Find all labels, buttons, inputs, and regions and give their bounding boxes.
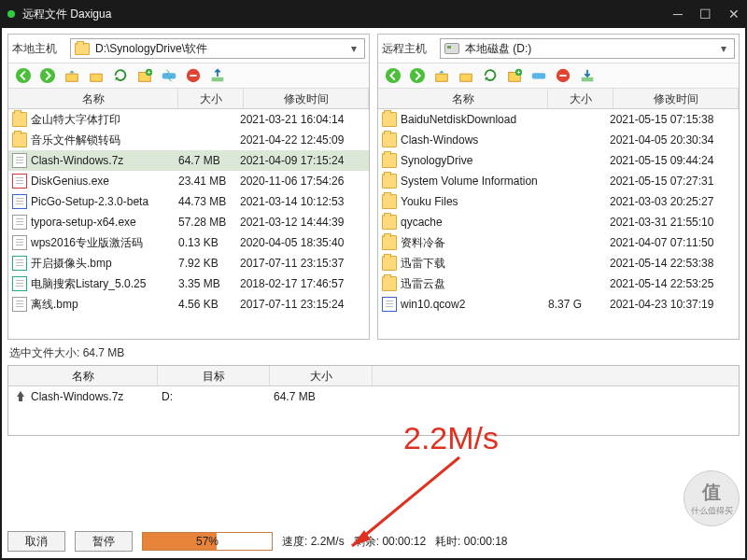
file-name: qycache	[401, 216, 544, 229]
list-item[interactable]: 开启摄像头.bmp7.92 KB2017-07-11 23:15:37	[8, 253, 369, 273]
col-date[interactable]: 修改时间	[244, 89, 369, 108]
titlebar: 远程文件 Daxigua ─ ☐ ✕	[0, 0, 747, 28]
local-path-text: D:\SynologyDrive\软件	[95, 41, 207, 57]
transfer-button[interactable]	[158, 65, 180, 86]
pause-button[interactable]: 暂停	[75, 531, 133, 552]
list-item[interactable]: BaiduNetdiskDownload2021-05-15 07:15:38	[378, 109, 739, 130]
list-item[interactable]: PicGo-Setup-2.3.0-beta44.73 MB2021-03-14…	[8, 191, 369, 212]
file-date: 2021-03-31 21:55:10	[610, 216, 735, 229]
file-size: 64.7 MB	[175, 154, 240, 167]
back-button[interactable]	[382, 65, 404, 86]
file-size: 8.37 G	[544, 298, 610, 311]
queue-col-dest[interactable]: 目标	[158, 366, 270, 385]
list-item[interactable]: 音乐文件解锁转码2021-04-22 12:45:09	[8, 130, 369, 150]
forward-button[interactable]	[406, 65, 429, 86]
col-size[interactable]: 大小	[548, 89, 613, 108]
refresh-button[interactable]	[479, 65, 501, 86]
svg-rect-4	[162, 73, 176, 78]
transfer-queue: 名称 目标 大小 Clash-Windows.7zD:64.7 MB	[7, 365, 740, 436]
svg-rect-6	[212, 77, 224, 82]
list-item[interactable]: 资料冷备2021-04-07 07:11:50	[378, 232, 739, 253]
minimize-button[interactable]: ─	[673, 7, 683, 21]
file-name: wps2016专业版激活码	[31, 235, 175, 251]
delete-button[interactable]	[182, 65, 204, 86]
queue-name: Clash-Windows.7z	[31, 390, 162, 403]
folder-icon	[382, 112, 397, 127]
local-path-combo[interactable]: D:\SynologyDrive\软件 ▾	[70, 38, 365, 59]
folder-icon	[382, 276, 397, 291]
file-size: 7.92 KB	[175, 257, 240, 270]
file-size: 3.35 MB	[175, 277, 240, 290]
svg-point-7	[386, 68, 401, 83]
elapsed-label: 耗时: 00:00:18	[435, 534, 507, 550]
col-size[interactable]: 大小	[178, 89, 244, 108]
close-button[interactable]: ✕	[728, 7, 740, 21]
file-date: 2021-03-14 10:12:53	[240, 195, 365, 208]
file-icon	[382, 297, 397, 312]
list-item[interactable]: Clash-Windows.7z64.7 MB2021-04-09 17:15:…	[8, 150, 369, 171]
file-date: 2021-03-21 16:04:14	[240, 113, 365, 126]
list-item[interactable]: win10.qcow28.37 G2021-04-23 10:37:19	[378, 294, 739, 315]
col-name[interactable]: 名称	[378, 89, 548, 108]
list-item[interactable]: 金山特大字体打印2021-03-21 16:04:14	[8, 109, 369, 130]
local-file-list[interactable]: 金山特大字体打印2021-03-21 16:04:14音乐文件解锁转码2021-…	[8, 109, 369, 339]
new-button[interactable]	[503, 65, 526, 86]
col-date[interactable]: 修改时间	[613, 89, 739, 108]
folder-icon	[382, 174, 397, 189]
up-button[interactable]	[430, 65, 453, 86]
local-host-label: 本地主机	[12, 41, 64, 57]
list-item[interactable]: Clash-Windows2021-04-05 20:30:34	[378, 130, 739, 150]
list-item[interactable]: 迅雷云盘2021-05-14 22:53:25	[378, 273, 739, 294]
up-button[interactable]	[61, 65, 83, 86]
file-name: SynologyDrive	[401, 154, 544, 167]
queue-col-name[interactable]: 名称	[8, 366, 158, 385]
file-date: 2020-11-06 17:54:26	[240, 175, 365, 188]
remote-toolbar	[378, 63, 739, 89]
transfer-button[interactable]	[528, 65, 550, 86]
folder-icon	[382, 194, 397, 209]
queue-row[interactable]: Clash-Windows.7zD:64.7 MB	[8, 386, 739, 407]
remote-host-label: 远程主机	[382, 41, 434, 57]
col-name[interactable]: 名称	[8, 89, 178, 108]
remote-file-list[interactable]: BaiduNetdiskDownload2021-05-15 07:15:38C…	[378, 109, 739, 339]
remote-path-combo[interactable]: 本地磁盘 (D:) ▾	[440, 38, 735, 59]
list-item[interactable]: wps2016专业版激活码0.13 KB2020-04-05 18:35:40	[8, 232, 369, 253]
cancel-button[interactable]: 取消	[7, 531, 65, 552]
home-button[interactable]	[455, 65, 477, 86]
download-button[interactable]	[576, 65, 599, 86]
drive-icon	[444, 43, 459, 54]
file-date: 2018-02-17 17:46:57	[240, 277, 365, 290]
list-item[interactable]: typora-setup-x64.exe57.28 MB2021-03-12 1…	[8, 212, 369, 232]
list-item[interactable]: SynologyDrive2021-05-15 09:44:24	[378, 150, 739, 171]
file-icon	[12, 194, 27, 209]
list-item[interactable]: DiskGenius.exe23.41 MB2020-11-06 17:54:2…	[8, 171, 369, 191]
refresh-button[interactable]	[109, 65, 132, 86]
file-date: 2021-03-12 14:44:39	[240, 216, 365, 229]
queue-size: 64.7 MB	[274, 390, 376, 403]
list-item[interactable]: 电脑搜索Listary_5.0.253.35 MB2018-02-17 17:4…	[8, 273, 369, 294]
file-name: System Volume Information	[401, 175, 544, 188]
chevron-down-icon: ▾	[347, 42, 360, 55]
forward-button[interactable]	[36, 65, 59, 86]
maximize-button[interactable]: ☐	[699, 7, 712, 21]
folder-icon	[12, 133, 27, 147]
file-name: 资料冷备	[401, 235, 544, 251]
queue-col-size[interactable]: 大小	[270, 366, 373, 385]
upload-icon	[12, 389, 27, 404]
home-button[interactable]	[85, 65, 107, 86]
back-button[interactable]	[12, 65, 35, 86]
queue-dest: D:	[162, 390, 274, 403]
list-item[interactable]: Youku Files2021-03-03 20:25:27	[378, 191, 739, 212]
list-item[interactable]: qycache2021-03-31 21:55:10	[378, 212, 739, 232]
delete-button[interactable]	[552, 65, 574, 86]
list-item[interactable]: 离线.bmp4.56 KB2017-07-11 23:15:24	[8, 294, 369, 315]
upload-button[interactable]	[206, 65, 229, 86]
list-item[interactable]: System Volume Information2021-05-15 07:2…	[378, 171, 739, 191]
file-date: 2020-04-05 18:35:40	[240, 236, 365, 249]
file-date: 2021-05-14 22:53:25	[610, 277, 735, 290]
new-button[interactable]	[134, 65, 156, 86]
watermark: 值 什么值得买	[684, 470, 740, 526]
list-item[interactable]: 迅雷下载2021-05-14 22:53:38	[378, 253, 739, 273]
file-date: 2021-04-05 20:30:34	[610, 133, 735, 147]
folder-icon	[12, 112, 27, 127]
